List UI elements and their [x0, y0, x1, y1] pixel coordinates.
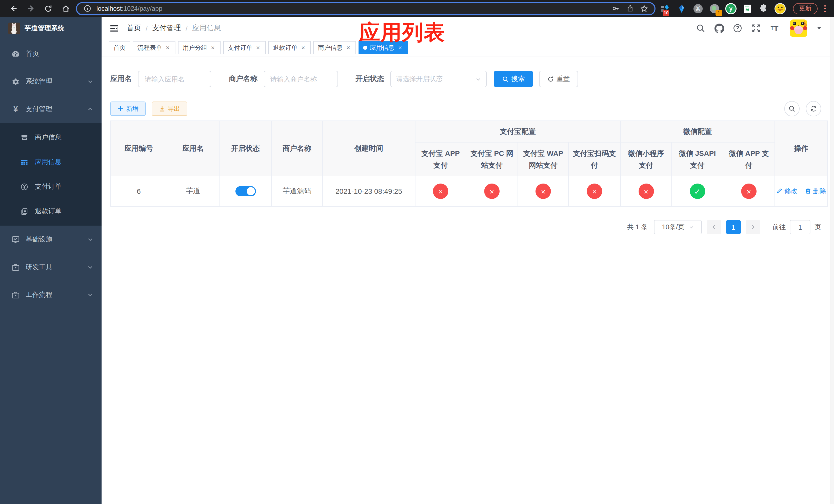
sidebar-item-home[interactable]: 首页 [0, 40, 102, 68]
tab-pay-orders[interactable]: 支付订单 [223, 41, 266, 54]
extension-kite-icon[interactable] [675, 2, 688, 15]
page-number-button[interactable]: 1 [726, 220, 741, 234]
status-wechat-mini-icon: × [638, 184, 654, 199]
tab-home[interactable]: 首页 [109, 41, 130, 54]
breadcrumb-current: 应用信息 [192, 24, 221, 33]
merchant-name-input[interactable] [264, 71, 338, 87]
apps-table: 应用编号 应用名 开启状态 商户名称 创建时间 支付宝配置 微信配置 操作 支付… [110, 120, 828, 207]
status-wechat-jsapi-icon: ✓ [689, 184, 705, 199]
user-avatar[interactable] [790, 20, 807, 37]
filter-form: 应用名 商户名称 开启状态 请选择开启状态 搜索 [110, 71, 821, 87]
total-count: 共 1 条 [627, 223, 648, 232]
profile-avatar[interactable] [773, 2, 787, 15]
briefcase-icon [11, 291, 20, 299]
refresh-button[interactable] [806, 101, 821, 116]
chevron-down-icon [87, 236, 93, 243]
app-title: 芋道管理系统 [25, 24, 65, 33]
font-size-icon[interactable]: TT [769, 23, 780, 33]
page-annotation-title: 应用列表 [359, 19, 445, 47]
sidebar-item-workflow[interactable]: 工作流程 [0, 281, 102, 308]
reset-button[interactable]: 重置 [539, 71, 578, 87]
add-button[interactable]: 新增 [110, 101, 146, 116]
extensions-puzzle-icon[interactable] [757, 2, 770, 15]
url-text: localhost:1024/pay/app [96, 5, 162, 12]
tab-process-form[interactable]: 流程表单 [133, 41, 175, 54]
tab-refund-orders[interactable]: 退款订单 [268, 41, 311, 54]
tab-user-group[interactable]: 用户分组 [178, 41, 221, 54]
col-merchant: 商户名称 [271, 121, 322, 176]
close-icon[interactable] [300, 45, 306, 51]
chevron-down-icon [688, 225, 694, 230]
edit-link[interactable]: 修改 [776, 187, 797, 196]
browser-back-button[interactable] [6, 1, 21, 16]
status-select[interactable]: 请选择开启状态 [390, 71, 487, 87]
search-icon[interactable] [696, 23, 706, 33]
close-icon[interactable] [255, 45, 261, 51]
yen-icon: ¥ [11, 105, 20, 114]
close-icon[interactable] [210, 45, 216, 51]
enabled-switch[interactable] [235, 186, 256, 197]
show-search-button[interactable] [784, 101, 799, 116]
browser-reload-button[interactable] [41, 1, 56, 16]
col-app-name: 应用名 [167, 121, 219, 176]
content-area: 应用名 商户名称 开启状态 请选择开启状态 搜索 [102, 56, 830, 504]
tab-merchant-info[interactable]: 商户信息 [313, 41, 356, 54]
prev-page-button[interactable] [707, 220, 721, 234]
breadcrumb-home[interactable]: 首页 [127, 24, 141, 33]
next-page-button[interactable] [746, 220, 760, 234]
delete-link[interactable]: 删除 [805, 187, 826, 196]
browser-menu-icon[interactable] [821, 5, 829, 12]
close-icon[interactable] [345, 45, 351, 51]
sidebar-item-infrastructure[interactable]: 基础设施 [0, 226, 102, 253]
app-name-label: 应用名 [110, 74, 132, 84]
tabs-bar: 首页 流程表单 用户分组 支付订单 退款订单 商户信息 应用信息 [102, 40, 830, 56]
browser-home-button[interactable] [59, 1, 73, 16]
extension-badge: 1 [716, 9, 722, 16]
col-app-id: 应用编号 [111, 121, 167, 176]
sidebar-item-payment[interactable]: ¥ 支付管理 [0, 95, 102, 123]
share-icon[interactable] [625, 3, 635, 14]
goto-page-input[interactable] [790, 220, 810, 234]
sidebar-item-system[interactable]: 系统管理 [0, 68, 102, 95]
site-info-icon[interactable] [82, 3, 92, 14]
svg-text:⌘: ⌘ [695, 5, 701, 12]
page-size-select[interactable]: 10条/页 [654, 220, 702, 234]
extension-green-y-icon[interactable]: y [724, 2, 738, 15]
sidebar-item-dev-tools[interactable]: 研发工具 [0, 253, 102, 281]
app-logo[interactable]: 芋道管理系统 [0, 17, 102, 40]
sidebar-item-merchant-info[interactable]: 商户信息 [0, 125, 102, 150]
goto-label: 前往 [772, 223, 786, 232]
extension-command-icon[interactable]: ⌘ [692, 2, 705, 15]
scrollbar[interactable] [830, 17, 834, 504]
bookmark-star-icon[interactable] [639, 3, 649, 14]
password-key-icon[interactable] [610, 3, 621, 14]
col-enabled: 开启状态 [219, 121, 271, 176]
avatar-caret-down-icon[interactable] [816, 26, 822, 31]
chevron-down-icon [476, 76, 481, 82]
export-button[interactable]: 导出 [152, 101, 187, 116]
cell-enabled [219, 176, 271, 206]
breadcrumb-payment[interactable]: 支付管理 [152, 24, 181, 33]
status-wechat-app-icon: × [741, 184, 756, 199]
col-alipay-wap: 支付宝 WAP 网站支付 [518, 142, 569, 176]
browser-toolbar: localhost:1024/pay/app 10 ⌘ 1 [0, 0, 834, 17]
extension-recorder-icon[interactable]: 1 [708, 2, 721, 15]
browser-forward-button[interactable] [24, 1, 38, 16]
github-icon[interactable] [714, 23, 724, 33]
chevron-down-icon [87, 78, 93, 85]
browser-update-button[interactable]: 更新 [793, 3, 818, 14]
app-name-input[interactable] [138, 71, 211, 87]
extension-green-doc-icon[interactable] [741, 2, 754, 15]
help-icon[interactable] [732, 23, 743, 33]
screen: localhost:1024/pay/app 10 ⌘ 1 [0, 0, 834, 504]
sidebar-collapse-icon[interactable] [109, 23, 119, 33]
sidebar-item-refund-orders[interactable]: 退款订单 [0, 199, 102, 224]
sidebar-item-app-info[interactable]: 应用信息 [0, 150, 102, 174]
close-icon[interactable] [164, 45, 171, 51]
search-button[interactable]: 搜索 [494, 71, 533, 87]
fullscreen-icon[interactable] [751, 23, 761, 33]
sidebar-item-pay-orders[interactable]: 支付订单 [0, 174, 102, 199]
address-bar[interactable]: localhost:1024/pay/app [76, 2, 656, 15]
status-label: 开启状态 [355, 74, 384, 84]
extension-blue-diamond-icon[interactable]: 10 [659, 2, 672, 15]
